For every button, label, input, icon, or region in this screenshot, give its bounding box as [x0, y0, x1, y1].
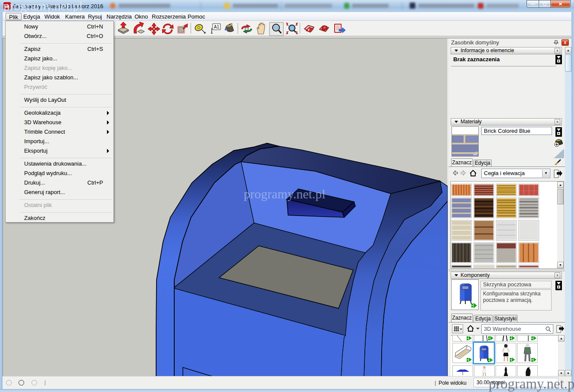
svg-text:programy.net.pl: programy.net.pl [244, 187, 326, 201]
svg-text:F: F [308, 28, 310, 32]
svg-text:A1: A1 [214, 25, 220, 29]
